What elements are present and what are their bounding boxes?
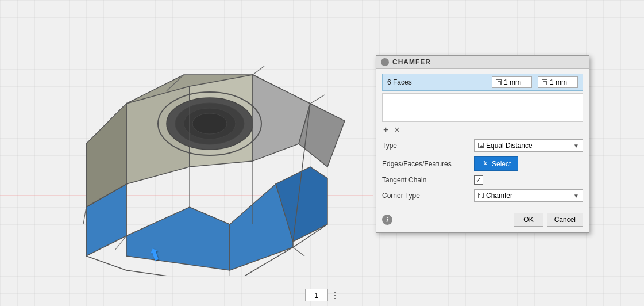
remove-button[interactable]: × (394, 125, 399, 135)
select-button[interactable]: 🖱 Select (474, 156, 518, 171)
corner-type-control: Chamfer ▼ (474, 189, 583, 202)
cancel-button[interactable]: Cancel (547, 213, 583, 227)
hex-nut-model (52, 29, 356, 276)
page-number-bar: 1 ⋮ (305, 289, 340, 301)
dialog-footer: i OK Cancel (382, 208, 583, 227)
edges-row: Edges/Faces/Features 🖱 Select (382, 156, 583, 171)
ok-button[interactable]: OK (514, 213, 543, 227)
page-options-dots[interactable]: ⋮ (330, 290, 340, 301)
svg-marker-30 (479, 145, 484, 148)
svg-line-19 (293, 247, 304, 256)
dialog-title-text: CHAMFER (392, 58, 431, 66)
mm-input-2[interactable]: 1 mm (538, 76, 578, 88)
type-dropdown-arrow: ▼ (573, 143, 579, 149)
checkbox-check-mark: ✓ (476, 176, 481, 184)
type-label: Type (382, 141, 474, 150)
dialog-body: 6 Faces 1 mm 1 mm + × Type (376, 69, 589, 232)
chamfer-dialog: CHAMFER 6 Faces 1 mm 1 mm + × Type (376, 55, 589, 233)
type-dropdown-text: Equal Distance (486, 141, 571, 150)
faces-content-area (382, 93, 583, 122)
faces-selection-row[interactable]: 6 Faces 1 mm 1 mm (382, 74, 583, 91)
edges-label: Edges/Faces/Features (382, 160, 474, 168)
corner-type-dropdown[interactable]: Chamfer ▼ (474, 189, 583, 202)
tangent-chain-row: Tangent Chain ✓ (382, 175, 583, 185)
dialog-titlebar[interactable]: CHAMFER (376, 56, 589, 69)
type-row: Type Equal Distance ▼ (382, 139, 583, 152)
info-button[interactable]: i (382, 215, 392, 225)
type-dropdown-icon (478, 143, 484, 148)
corner-type-arrow: ▼ (573, 193, 579, 199)
svg-marker-10 (253, 75, 310, 161)
svg-line-14 (253, 66, 264, 75)
faces-label: 6 Faces (387, 78, 488, 86)
mm-icon-2 (542, 79, 547, 85)
svg-marker-3 (126, 207, 230, 270)
type-control: Equal Distance ▼ (474, 139, 583, 152)
tangent-chain-checkbox[interactable]: ✓ (474, 175, 483, 185)
add-remove-row: + × (382, 125, 583, 135)
mm-input-1[interactable]: 1 mm (492, 76, 532, 88)
add-button[interactable]: + (383, 125, 388, 135)
footer-buttons: OK Cancel (514, 213, 583, 227)
dialog-title-icon (381, 58, 389, 66)
mm-value-2: 1 mm (550, 78, 567, 86)
corner-type-label: Corner Type (382, 192, 474, 200)
select-btn-label: Select (492, 160, 511, 168)
mm-value-1: 1 mm (504, 78, 521, 86)
page-number-input[interactable]: 1 (305, 289, 328, 301)
svg-point-24 (192, 113, 227, 134)
edges-control: 🖱 Select (474, 156, 583, 171)
mm-icon-1 (496, 79, 502, 85)
corner-type-icon (478, 193, 484, 198)
select-cursor-icon: 🖱 (481, 159, 489, 168)
svg-line-32 (479, 194, 483, 198)
type-dropdown[interactable]: Equal Distance ▼ (474, 139, 583, 152)
svg-line-15 (310, 95, 325, 104)
tangent-chain-label: Tangent Chain (382, 176, 474, 184)
tangent-chain-control: ✓ (474, 175, 583, 185)
corner-type-text: Chamfer (486, 192, 571, 200)
corner-type-row: Corner Type Chamfer ▼ (382, 189, 583, 202)
